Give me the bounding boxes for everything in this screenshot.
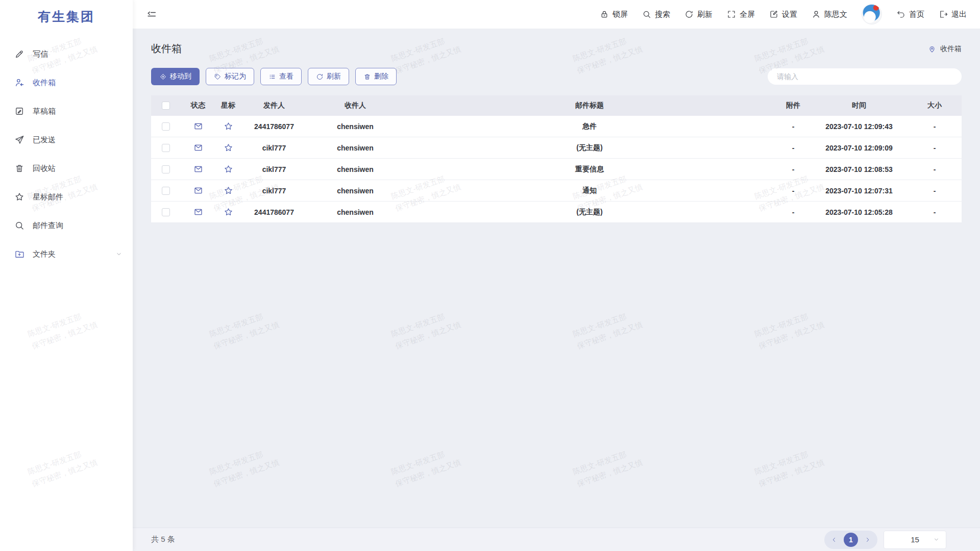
recipient-cell: chensiwen (307, 208, 403, 216)
lock-screen-button[interactable]: 锁屏 (600, 10, 628, 19)
view-label: 查看 (279, 72, 293, 81)
sidebar-item-label: 文件夹 (33, 249, 56, 259)
row-checkbox[interactable] (162, 165, 170, 173)
fullscreen-label: 全屏 (740, 10, 755, 19)
sidebar-item-folders[interactable]: 文件夹 (0, 240, 133, 268)
mail-unread-icon (193, 143, 203, 153)
refresh-list-label: 刷新 (327, 72, 341, 81)
size-cell: - (908, 144, 962, 152)
star-icon[interactable] (224, 207, 233, 217)
sidebar-item-label: 星标邮件 (33, 192, 63, 202)
chevron-right-icon[interactable] (864, 536, 871, 543)
total-count: 共 5 条 (151, 535, 175, 544)
folder-plus-icon (14, 249, 24, 259)
mark-as-button[interactable]: 标记为 (206, 68, 254, 85)
sidebar-item-drafts[interactable]: 草稿箱 (0, 97, 133, 126)
page-size-value: 15 (911, 535, 919, 544)
search-input[interactable] (768, 68, 962, 85)
attachment-cell: - (776, 208, 811, 216)
mail-table: 状态 星标 发件人 收件人 邮件标题 附件 时间 大小 2441786077 c… (151, 95, 962, 223)
sender-cell: cikl777 (241, 144, 307, 152)
sidebar-item-compose[interactable]: 写信 (0, 40, 133, 68)
sidebar-item-label: 邮件查询 (33, 221, 63, 231)
recipient-cell: chensiwen (307, 122, 403, 131)
table-row[interactable]: cikl777 chensiwen 通知 - 2023-07-10 12:07:… (151, 180, 962, 202)
mail-unread-icon (193, 164, 203, 174)
star-icon[interactable] (224, 143, 233, 153)
star-icon[interactable] (224, 164, 233, 174)
move-to-label: 移动到 (170, 72, 191, 81)
avatar[interactable] (862, 4, 882, 24)
col-sender: 发件人 (241, 101, 307, 110)
logout-label: 退出 (951, 10, 967, 19)
home-label: 首页 (909, 10, 924, 19)
time-cell: 2023-07-10 12:05:28 (811, 208, 908, 216)
table-row[interactable]: 2441786077 chensiwen 急件 - 2023-07-10 12:… (151, 116, 962, 137)
page-size-select[interactable]: 15 (884, 531, 946, 549)
logout-button[interactable]: 退出 (939, 10, 967, 19)
sidebar-item-sent[interactable]: 已发送 (0, 126, 133, 154)
current-user[interactable]: 陈思文 (812, 10, 847, 19)
table-row[interactable]: cikl777 chensiwen 重要信息 - 2023-07-10 12:0… (151, 159, 962, 180)
time-cell: 2023-07-10 12:09:09 (811, 144, 908, 152)
refresh-icon (684, 10, 694, 19)
refresh-label: 刷新 (697, 10, 713, 19)
list-icon (268, 73, 276, 81)
trash-icon (363, 73, 371, 81)
chevron-left-icon[interactable] (830, 536, 838, 543)
sidebar: 有生集团 写信 收件箱 草稿箱 已发送 回收站 星标邮件 邮件查询 (0, 0, 133, 551)
col-time: 时间 (811, 101, 908, 110)
breadcrumb[interactable]: 收件箱 (928, 44, 962, 54)
sidebar-item-label: 写信 (33, 49, 48, 59)
table-row[interactable]: cikl777 chensiwen (无主题) - 2023-07-10 12:… (151, 137, 962, 159)
attachment-cell: - (776, 122, 811, 131)
main-content: 收件箱 收件箱 移动到 标记为 查看 刷新 删除 (133, 29, 980, 528)
row-checkbox[interactable] (162, 122, 170, 131)
view-button[interactable]: 查看 (260, 68, 302, 85)
sidebar-item-mail-search[interactable]: 邮件查询 (0, 211, 133, 240)
sidebar-item-starred[interactable]: 星标邮件 (0, 183, 133, 211)
location-pin-icon (928, 45, 936, 53)
recipient-cell: chensiwen (307, 144, 403, 152)
draft-icon (14, 106, 24, 116)
menu-fold-icon[interactable] (146, 9, 157, 20)
row-checkbox[interactable] (162, 187, 170, 195)
home-button[interactable]: 首页 (896, 10, 924, 19)
size-cell: - (908, 122, 962, 131)
star-icon[interactable] (224, 121, 233, 131)
breadcrumb-label: 收件箱 (940, 44, 962, 54)
sidebar-item-inbox[interactable]: 收件箱 (0, 68, 133, 97)
col-size: 大小 (908, 101, 962, 110)
settings-button[interactable]: 设置 (769, 10, 797, 19)
recipient-cell: chensiwen (307, 165, 403, 173)
refresh-button[interactable]: 刷新 (684, 10, 713, 19)
select-all-checkbox[interactable] (162, 102, 170, 110)
logout-icon (939, 10, 948, 19)
col-attachment: 附件 (776, 101, 811, 110)
delete-button[interactable]: 删除 (355, 68, 397, 85)
refresh-list-button[interactable]: 刷新 (308, 68, 349, 85)
star-icon[interactable] (224, 186, 233, 195)
current-page[interactable]: 1 (844, 533, 858, 547)
sidebar-item-trash[interactable]: 回收站 (0, 154, 133, 183)
fullscreen-button[interactable]: 全屏 (727, 10, 755, 19)
send-icon (14, 135, 24, 145)
mark-as-label: 标记为 (225, 72, 246, 81)
search-button[interactable]: 搜索 (642, 10, 670, 19)
time-cell: 2023-07-10 12:08:53 (811, 165, 908, 173)
size-cell: - (908, 208, 962, 216)
footer-bar: 共 5 条 1 15 (133, 528, 980, 551)
row-checkbox[interactable] (162, 208, 170, 216)
table-header-row: 状态 星标 发件人 收件人 邮件标题 附件 时间 大小 (151, 95, 962, 116)
sender-cell: cikl777 (241, 187, 307, 195)
row-checkbox[interactable] (162, 144, 170, 152)
mail-unread-icon (193, 121, 203, 131)
recipient-cell: chensiwen (307, 187, 403, 195)
fullscreen-icon (727, 10, 736, 19)
username: 陈思文 (824, 10, 847, 19)
mail-unread-icon (193, 186, 203, 195)
move-to-button[interactable]: 移动到 (151, 68, 200, 85)
size-cell: - (908, 187, 962, 195)
table-row[interactable]: 2441786077 chensiwen (无主题) - 2023-07-10 … (151, 202, 962, 223)
sender-cell: 2441786077 (241, 122, 307, 131)
